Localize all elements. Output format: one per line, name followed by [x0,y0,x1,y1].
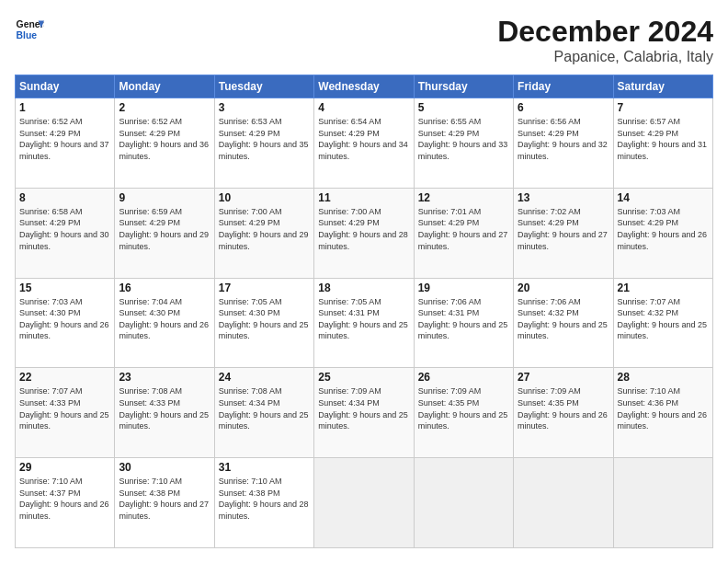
day-info: Sunrise: 6:53 AM Sunset: 4:29 PM Dayligh… [219,116,310,162]
table-row: 4Sunrise: 6:54 AM Sunset: 4:29 PM Daylig… [314,98,414,189]
table-row: 8Sunrise: 6:58 AM Sunset: 4:29 PM Daylig… [16,188,115,278]
day-info: Sunrise: 6:59 AM Sunset: 4:29 PM Dayligh… [119,206,210,252]
day-number: 29 [19,461,110,474]
day-number: 1 [19,101,110,114]
table-row: 19Sunrise: 7:06 AM Sunset: 4:31 PM Dayli… [414,278,513,368]
title-block: December 2024 Papanice, Calabria, Italy [497,15,713,65]
calendar-table: Sunday Monday Tuesday Wednesday Thursday… [15,75,713,548]
table-row: 21Sunrise: 7:07 AM Sunset: 4:32 PM Dayli… [613,278,712,368]
table-row: 16Sunrise: 7:04 AM Sunset: 4:30 PM Dayli… [115,278,214,368]
day-info: Sunrise: 6:55 AM Sunset: 4:29 PM Dayligh… [418,116,509,162]
day-info: Sunrise: 6:56 AM Sunset: 4:29 PM Dayligh… [518,116,609,162]
day-number: 13 [518,191,609,204]
day-number: 15 [19,282,110,294]
day-number: 4 [318,101,409,114]
day-number: 30 [119,461,210,474]
table-row: 17Sunrise: 7:05 AM Sunset: 4:30 PM Dayli… [214,278,313,368]
table-row: 5Sunrise: 6:55 AM Sunset: 4:29 PM Daylig… [414,98,513,189]
svg-text:Blue: Blue [17,30,38,40]
calendar-row: 22Sunrise: 7:07 AM Sunset: 4:33 PM Dayli… [16,368,713,458]
table-row [314,458,414,548]
header: General Blue December 2024 Papanice, Cal… [15,15,713,65]
table-row: 6Sunrise: 6:56 AM Sunset: 4:29 PM Daylig… [514,98,613,189]
col-monday: Monday [115,75,214,98]
table-row: 25Sunrise: 7:09 AM Sunset: 4:34 PM Dayli… [314,368,414,458]
col-thursday: Thursday [414,75,513,98]
day-number: 19 [418,282,509,294]
calendar-row: 8Sunrise: 6:58 AM Sunset: 4:29 PM Daylig… [16,188,713,278]
day-number: 9 [119,191,210,204]
table-row: 29Sunrise: 7:10 AM Sunset: 4:37 PM Dayli… [16,458,115,548]
day-info: Sunrise: 7:10 AM Sunset: 4:38 PM Dayligh… [219,476,310,522]
day-number: 17 [219,282,310,294]
table-row: 14Sunrise: 7:03 AM Sunset: 4:29 PM Dayli… [613,188,712,278]
day-number: 23 [119,371,210,384]
table-row: 7Sunrise: 6:57 AM Sunset: 4:29 PM Daylig… [613,98,712,189]
day-number: 31 [219,461,310,474]
day-info: Sunrise: 7:10 AM Sunset: 4:37 PM Dayligh… [19,476,110,522]
col-tuesday: Tuesday [214,75,313,98]
day-number: 26 [418,371,509,384]
day-number: 2 [119,101,210,114]
table-row: 31Sunrise: 7:10 AM Sunset: 4:38 PM Dayli… [214,458,313,548]
table-row [514,458,613,548]
day-info: Sunrise: 7:00 AM Sunset: 4:29 PM Dayligh… [219,206,310,252]
day-number: 20 [518,282,609,294]
day-info: Sunrise: 7:10 AM Sunset: 4:38 PM Dayligh… [119,476,210,522]
day-number: 10 [219,191,310,204]
table-row: 2Sunrise: 6:52 AM Sunset: 4:29 PM Daylig… [115,98,214,189]
day-info: Sunrise: 7:05 AM Sunset: 4:31 PM Dayligh… [318,296,409,342]
day-number: 16 [119,282,210,294]
table-row: 1Sunrise: 6:52 AM Sunset: 4:29 PM Daylig… [16,98,115,189]
calendar-row: 15Sunrise: 7:03 AM Sunset: 4:30 PM Dayli… [16,278,713,368]
table-row: 30Sunrise: 7:10 AM Sunset: 4:38 PM Dayli… [115,458,214,548]
table-row [613,458,712,548]
logo: General Blue [15,15,44,44]
table-row: 13Sunrise: 7:02 AM Sunset: 4:29 PM Dayli… [514,188,613,278]
table-row: 10Sunrise: 7:00 AM Sunset: 4:29 PM Dayli… [214,188,313,278]
col-saturday: Saturday [613,75,712,98]
calendar-row: 29Sunrise: 7:10 AM Sunset: 4:37 PM Dayli… [16,458,713,548]
day-info: Sunrise: 7:06 AM Sunset: 4:32 PM Dayligh… [518,296,609,342]
day-number: 7 [618,101,709,114]
day-info: Sunrise: 7:09 AM Sunset: 4:35 PM Dayligh… [518,385,609,431]
table-row: 11Sunrise: 7:00 AM Sunset: 4:29 PM Dayli… [314,188,414,278]
day-info: Sunrise: 7:02 AM Sunset: 4:29 PM Dayligh… [518,206,609,252]
table-row: 26Sunrise: 7:09 AM Sunset: 4:35 PM Dayli… [414,368,513,458]
table-row: 9Sunrise: 6:59 AM Sunset: 4:29 PM Daylig… [115,188,214,278]
day-info: Sunrise: 7:06 AM Sunset: 4:31 PM Dayligh… [418,296,509,342]
day-number: 8 [19,191,110,204]
day-info: Sunrise: 7:07 AM Sunset: 4:33 PM Dayligh… [19,385,110,431]
day-number: 3 [219,101,310,114]
table-row: 28Sunrise: 7:10 AM Sunset: 4:36 PM Dayli… [613,368,712,458]
calendar-row: 1Sunrise: 6:52 AM Sunset: 4:29 PM Daylig… [16,98,713,189]
day-number: 6 [518,101,609,114]
table-row: 24Sunrise: 7:08 AM Sunset: 4:34 PM Dayli… [214,368,313,458]
day-info: Sunrise: 6:54 AM Sunset: 4:29 PM Dayligh… [318,116,409,162]
logo-icon: General Blue [15,15,44,44]
day-info: Sunrise: 7:05 AM Sunset: 4:30 PM Dayligh… [219,296,310,342]
day-info: Sunrise: 7:08 AM Sunset: 4:33 PM Dayligh… [119,385,210,431]
table-row: 3Sunrise: 6:53 AM Sunset: 4:29 PM Daylig… [214,98,313,189]
table-row: 18Sunrise: 7:05 AM Sunset: 4:31 PM Dayli… [314,278,414,368]
table-row: 22Sunrise: 7:07 AM Sunset: 4:33 PM Dayli… [16,368,115,458]
day-number: 14 [618,191,709,204]
day-info: Sunrise: 7:03 AM Sunset: 4:29 PM Dayligh… [618,206,709,252]
day-info: Sunrise: 6:52 AM Sunset: 4:29 PM Dayligh… [19,116,110,162]
day-info: Sunrise: 7:08 AM Sunset: 4:34 PM Dayligh… [219,385,310,431]
table-row: 20Sunrise: 7:06 AM Sunset: 4:32 PM Dayli… [514,278,613,368]
day-number: 24 [219,371,310,384]
day-info: Sunrise: 6:58 AM Sunset: 4:29 PM Dayligh… [19,206,110,252]
day-number: 18 [318,282,409,294]
table-row: 23Sunrise: 7:08 AM Sunset: 4:33 PM Dayli… [115,368,214,458]
day-info: Sunrise: 7:01 AM Sunset: 4:29 PM Dayligh… [418,206,509,252]
day-info: Sunrise: 7:07 AM Sunset: 4:32 PM Dayligh… [618,296,709,342]
table-row: 27Sunrise: 7:09 AM Sunset: 4:35 PM Dayli… [514,368,613,458]
col-friday: Friday [514,75,613,98]
day-number: 5 [418,101,509,114]
day-info: Sunrise: 7:09 AM Sunset: 4:35 PM Dayligh… [418,385,509,431]
table-row: 15Sunrise: 7:03 AM Sunset: 4:30 PM Dayli… [16,278,115,368]
col-sunday: Sunday [16,75,115,98]
day-number: 12 [418,191,509,204]
day-info: Sunrise: 7:10 AM Sunset: 4:36 PM Dayligh… [618,385,709,431]
